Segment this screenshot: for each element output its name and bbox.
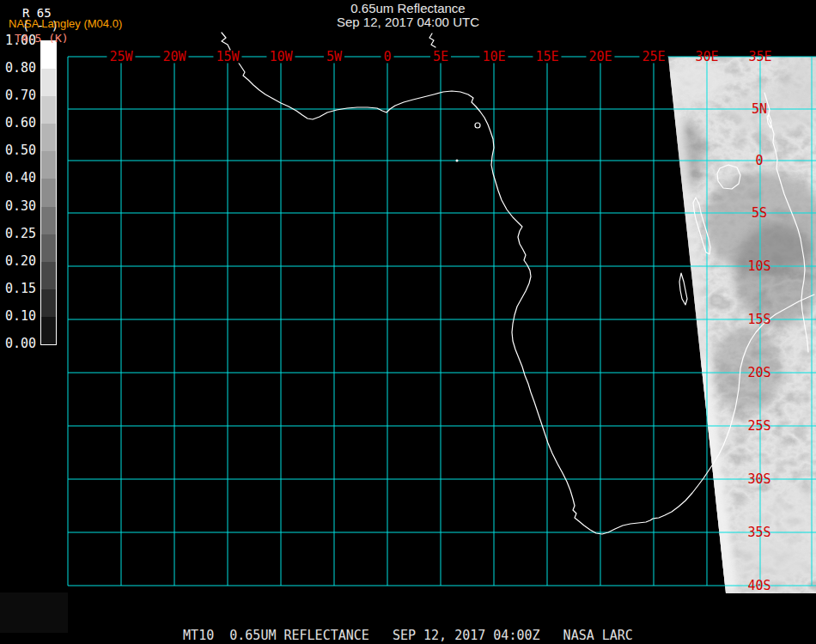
longitude-label-20W: 20W (160, 51, 188, 64)
longitude-label-10E: 10E (479, 51, 508, 64)
colorbar-tick-0.10: 0.10 (2, 309, 36, 323)
latitude-label-25S: 25S (747, 420, 770, 433)
latitude-label-40S: 40S (747, 580, 770, 592)
island-bioko-outline (475, 123, 480, 128)
colorbar-segment (41, 317, 56, 344)
reflectance-colorbar (40, 40, 57, 345)
colorbar-tick-0.20: 0.20 (2, 254, 36, 268)
colorbar-tick-0.60: 0.60 (2, 116, 36, 130)
map-canvas (0, 0, 816, 644)
satellite-imagery-day-region (667, 56, 816, 593)
longitude-label-25W: 25W (107, 51, 135, 64)
longitude-label-15E: 15E (533, 51, 561, 64)
latitude-label-35S: 35S (747, 526, 770, 539)
latitude-label-5N: 5N (752, 103, 767, 116)
longitude-label-20E: 20E (586, 51, 614, 64)
colorbar-tick-0.50: 0.50 (2, 143, 36, 157)
colorbar-segment (41, 151, 56, 179)
longitude-label-5E: 5E (430, 51, 451, 64)
latitude-label-5S: 5S (752, 207, 767, 220)
latitude-label-10S: 10S (747, 260, 770, 273)
colorbar-tick-0.25: 0.25 (2, 227, 36, 240)
colorbar-segment (41, 262, 56, 289)
longitude-label-0: 0 (381, 51, 393, 64)
colorbar-segment (41, 69, 56, 96)
longitude-label-15W: 15W (213, 51, 241, 64)
latitude-label-15S: 15S (747, 313, 770, 326)
colorbar-tick-0.00: 0.00 (2, 337, 36, 350)
t4-5-variable-label: T4-5 (K) (15, 32, 69, 45)
footer-caption: MT10 0.65UM REFLECTANCE SEP 12, 2017 04:… (0, 628, 816, 643)
product-title: 0.65um Reflectance (0, 2, 816, 15)
colorbar-tick-0.40: 0.40 (2, 171, 36, 185)
river-squiggle (429, 33, 435, 47)
colorbar-tick-0.70: 0.70 (2, 88, 36, 102)
colorbar-segment (41, 124, 56, 151)
colorbar-tick-0.30: 0.30 (2, 199, 36, 213)
longitude-label-5W: 5W (324, 51, 344, 64)
nasa-langley-credit: NASA Langley (M04.0) (9, 17, 122, 30)
image-title-block: 0.65um Reflectance Sep 12, 2017 04:00 UT… (0, 2, 816, 29)
colorbar-segment (41, 41, 56, 69)
longitude-label-30E: 30E (695, 51, 718, 64)
colorbar-tick-0.15: 0.15 (2, 282, 36, 295)
latitude-label-20S: 20S (747, 367, 770, 380)
island-sao-tome-dot (456, 160, 459, 162)
bottom-left-nodata-region (0, 592, 68, 633)
colorbar-segment (41, 96, 56, 124)
longitude-label-35E: 35E (748, 51, 771, 64)
longitude-label-25E: 25E (639, 51, 667, 64)
longitude-label-10W: 10W (266, 51, 295, 64)
colorbar-segment (41, 234, 56, 262)
colorbar-segment (41, 179, 56, 206)
latitude-label-0: 0 (755, 155, 763, 167)
lake-malawi-outline (679, 273, 687, 305)
latitude-label-30S: 30S (747, 473, 770, 486)
satellite-viewer-canvas: 0.65um Reflectance Sep 12, 2017 04:00 UT… (0, 0, 816, 644)
colorbar-tick-0.80: 0.80 (2, 61, 36, 75)
product-timestamp: Sep 12, 2017 04:00 UTC (0, 15, 816, 29)
colorbar-segment (41, 207, 56, 234)
colorbar-segment (41, 289, 56, 317)
